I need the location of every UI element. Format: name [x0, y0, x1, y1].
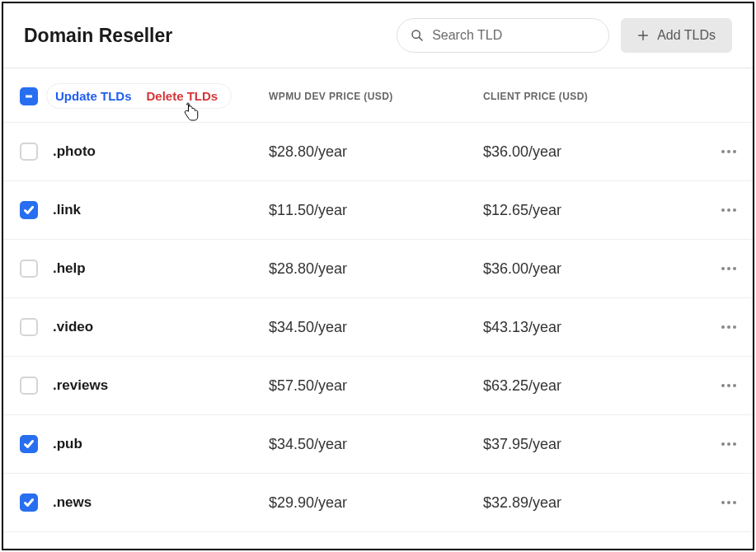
tld-name: .photo	[53, 143, 96, 160]
more-icon	[721, 150, 736, 153]
row-checkbox[interactable]	[20, 377, 38, 395]
client-price: $32.89/year	[483, 494, 703, 512]
tld-name: .help	[53, 260, 86, 277]
column-header-client-price: CLIENT PRICE (USD)	[483, 91, 736, 102]
dev-price: $57.50/year	[269, 377, 483, 395]
add-tlds-button[interactable]: Add TLDs	[621, 18, 732, 53]
dev-price: $11.50/year	[269, 202, 483, 219]
row-actions-button[interactable]	[703, 208, 736, 212]
more-icon	[721, 384, 736, 387]
svg-line-1	[419, 37, 422, 40]
row-actions-button[interactable]	[703, 150, 736, 153]
row-checkbox[interactable]	[20, 435, 38, 453]
row-checkbox[interactable]	[20, 260, 38, 278]
page-title: Domain Reseller	[24, 25, 385, 47]
row-actions-button[interactable]	[703, 384, 736, 387]
table-row: .link$11.50/year$12.65/year	[3, 181, 753, 240]
row-checkbox[interactable]	[20, 494, 38, 512]
column-header-dev-price: WPMU DEV PRICE (USD)	[269, 91, 483, 102]
tld-name: .video	[53, 319, 93, 335]
row-actions-button[interactable]	[703, 501, 736, 504]
dev-price: $28.80/year	[269, 260, 483, 278]
table-row: .photo$28.80/year$36.00/year	[3, 123, 753, 181]
client-price: $36.00/year	[483, 260, 703, 278]
tld-name: .news	[53, 494, 92, 511]
search-field-wrap[interactable]	[397, 18, 609, 53]
client-price: $63.25/year	[483, 377, 703, 395]
row-actions-button[interactable]	[703, 442, 736, 446]
more-icon	[721, 208, 736, 212]
table-row: .pub$34.50/year$37.95/year	[3, 415, 753, 474]
delete-tlds-button[interactable]: Delete TLDs	[147, 89, 218, 103]
row-actions-button[interactable]	[703, 325, 736, 329]
client-price: $12.65/year	[483, 202, 703, 219]
table-row: .help$28.80/year$36.00/year	[3, 240, 753, 298]
more-icon	[721, 325, 736, 329]
dev-price: $34.50/year	[269, 436, 483, 453]
more-icon	[721, 501, 736, 504]
tld-name: .link	[53, 202, 81, 218]
tld-name: .pub	[53, 436, 82, 452]
table-row: .video$34.50/year$43.13/year	[3, 298, 753, 357]
search-input[interactable]	[432, 28, 595, 43]
row-actions-button[interactable]	[703, 267, 736, 270]
update-tlds-button[interactable]: Update TLDs	[55, 89, 132, 103]
row-checkbox[interactable]	[20, 201, 38, 219]
search-icon	[411, 29, 424, 42]
dev-price: $34.50/year	[269, 319, 483, 336]
row-checkbox[interactable]	[20, 143, 38, 161]
add-tlds-label: Add TLDs	[657, 28, 716, 43]
table-row: .news$29.90/year$32.89/year	[3, 474, 753, 532]
more-icon	[721, 442, 736, 446]
client-price: $37.95/year	[483, 436, 703, 453]
more-icon	[721, 267, 736, 270]
select-all-checkbox[interactable]	[20, 87, 38, 105]
tld-name: .reviews	[53, 377, 108, 394]
plus-icon	[637, 30, 649, 41]
row-checkbox[interactable]	[20, 318, 38, 336]
dev-price: $29.90/year	[269, 494, 483, 512]
client-price: $43.13/year	[483, 319, 703, 336]
client-price: $36.00/year	[483, 143, 703, 161]
dev-price: $28.80/year	[269, 143, 483, 161]
table-row: .reviews$57.50/year$63.25/year	[3, 357, 753, 415]
